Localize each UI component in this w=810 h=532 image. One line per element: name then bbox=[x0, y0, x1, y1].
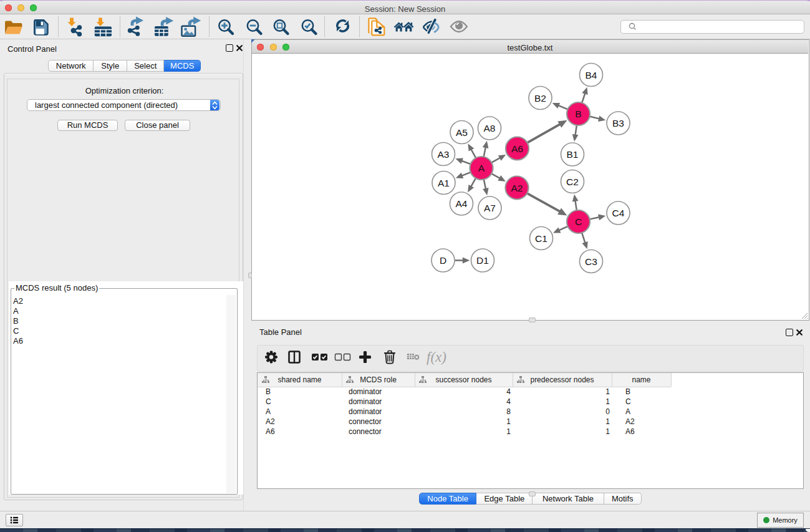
svg-text:A6: A6 bbox=[511, 143, 523, 154]
svg-text:A1: A1 bbox=[438, 178, 450, 188]
svg-text:A4: A4 bbox=[456, 198, 468, 209]
svg-text:C4: C4 bbox=[612, 208, 625, 218]
svg-text:C3: C3 bbox=[585, 256, 597, 267]
svg-text:C1: C1 bbox=[535, 233, 547, 244]
svg-text:B2: B2 bbox=[534, 93, 546, 104]
svg-text:A7: A7 bbox=[484, 203, 496, 213]
svg-text:A8: A8 bbox=[484, 123, 496, 133]
svg-text:D: D bbox=[440, 255, 446, 266]
svg-text:B1: B1 bbox=[567, 149, 579, 160]
svg-text:A2: A2 bbox=[511, 183, 523, 193]
svg-text:B3: B3 bbox=[612, 118, 624, 128]
svg-text:B: B bbox=[575, 109, 581, 119]
svg-text:A: A bbox=[478, 163, 485, 173]
svg-text:f(x): f(x) bbox=[427, 349, 446, 365]
svg-text:C: C bbox=[575, 216, 582, 227]
svg-text:B4: B4 bbox=[586, 70, 597, 80]
svg-text:C2: C2 bbox=[566, 177, 579, 187]
svg-text:D1: D1 bbox=[476, 255, 489, 266]
svg-text:A3: A3 bbox=[438, 149, 450, 160]
svg-text:A5: A5 bbox=[456, 127, 468, 138]
